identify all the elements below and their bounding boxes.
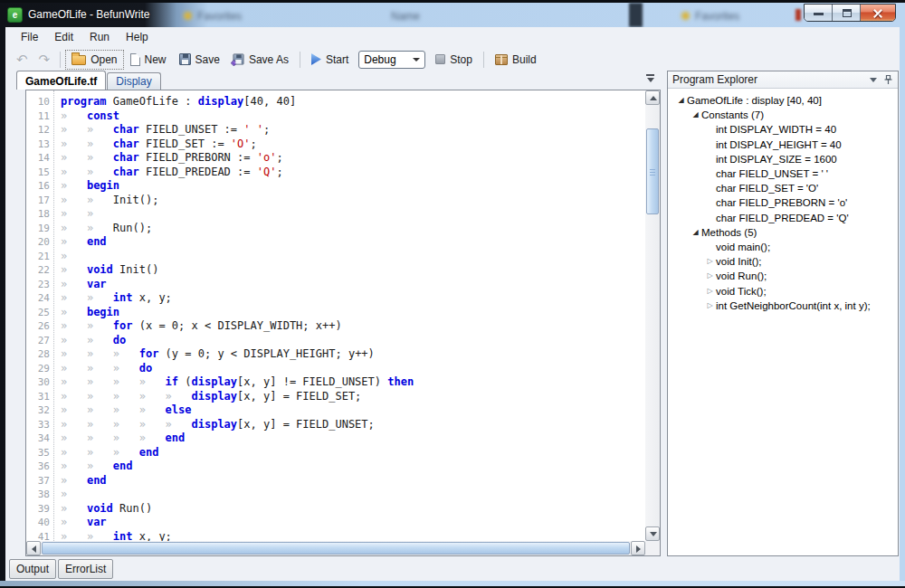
app-icon[interactable]: e [7,7,23,23]
expander-open-icon[interactable]: ◢ [690,229,701,236]
code-line: » » Init(); [61,194,645,208]
panel-menu-chevron-icon[interactable] [870,78,877,82]
tree-item[interactable]: char FIELD_PREBORN = 'o' [668,195,898,210]
tree-item-label: void Tick(); [716,286,767,297]
background-close-button-sliver [795,9,801,21]
tree-item[interactable]: int DISPLAY_WIDTH = 40 [668,122,898,137]
expander-open-icon[interactable]: ◢ [690,111,701,119]
open-button[interactable]: Open [65,50,123,70]
line-number: 13 [26,138,53,152]
program-explorer-panel: Program Explorer ◢GameOfLife : display [… [667,71,899,556]
line-number: 23 [26,278,53,292]
errorlist-tab-button[interactable]: ErrorList [58,559,113,579]
save-as-button[interactable]: Save As [226,50,295,70]
line-number: 36 [26,460,53,474]
expander-closed-icon[interactable]: ▷ [704,302,716,309]
vertical-scrollbar-thumb[interactable] [646,128,659,214]
tree-item[interactable]: char FIELD_PREDEAD = 'Q' [668,211,898,225]
tree-item[interactable]: char FIELD_UNSET = ' ' [668,166,898,181]
code-line: » » int x, y; [61,291,645,306]
expander-closed-icon[interactable]: ▷ [704,272,716,280]
tab-menu-chevron-icon[interactable] [646,74,654,82]
toolbar-separator [60,52,61,68]
code-line: » [61,488,645,502]
tree-item-label: char FIELD_UNSET = ' ' [716,168,828,179]
tree-item[interactable]: int DISPLAY_SIZE = 1600 [668,152,898,166]
background-window-edge [629,3,643,27]
tree-item-label: void Init(); [716,256,762,267]
chevron-down-icon [413,58,420,62]
start-button[interactable]: Start [305,50,355,70]
new-button[interactable]: New [124,50,173,70]
scroll-right-button[interactable] [631,541,645,555]
line-number: 20 [26,235,53,250]
tree-item[interactable]: ◢Methods (5) [668,225,898,240]
new-file-icon [130,53,140,66]
pin-icon[interactable] [883,74,893,85]
horizontal-scrollbar[interactable] [26,541,645,555]
background-favorites-star-icon [681,12,690,20]
document-tabstrip: GameOfLife.tf Display [16,71,162,90]
menu-file[interactable]: File [13,28,46,46]
minimize-button[interactable] [805,5,833,22]
expander-closed-icon[interactable]: ▷ [704,258,716,265]
program-explorer-tree: ◢GameOfLife : display [40, 40]◢Constants… [668,90,898,555]
line-number: 37 [26,474,53,488]
tab-gameoflife-tf[interactable]: GameOfLife.tf [16,71,106,90]
window-content: File Edit Run Help ↶ ↷ Open New Save [5,27,900,581]
tree-item[interactable]: ◢Constants (7) [668,108,898,122]
scroll-up-button[interactable] [645,90,660,105]
tree-item-label: char FIELD_PREBORN = 'o' [716,197,847,208]
menu-run[interactable]: Run [81,28,118,46]
toolbar-separator [300,52,300,68]
save-button[interactable]: Save [173,50,226,70]
code-line: » » » do [61,362,645,376]
scroll-down-button[interactable] [645,526,660,541]
line-number: 19 [26,222,53,236]
tree-item[interactable]: ▷int GetNeighborCount(int x, int y); [668,299,898,313]
line-number: 25 [26,306,53,320]
output-tab-button[interactable]: Output [9,559,56,579]
tree-item-label: int DISPLAY_HEIGHT = 40 [716,139,842,150]
code-line: » » [61,207,645,222]
scrollbar-corner [645,541,660,555]
open-folder-icon [71,55,86,65]
expander-closed-icon[interactable]: ▷ [704,288,716,295]
line-number: 28 [26,347,53,362]
line-number: 14 [26,151,53,166]
close-button[interactable] [861,5,895,22]
titlebar[interactable]: e GameOfLife - BefunWrite Favorites Name… [0,3,905,27]
scroll-left-button[interactable] [26,541,41,555]
app-window: e GameOfLife - BefunWrite Favorites Name… [0,3,905,586]
panel-splitter[interactable] [661,71,667,556]
vertical-scrollbar[interactable] [645,90,660,541]
line-number: 15 [26,166,53,180]
expander-open-icon[interactable]: ◢ [675,97,687,104]
tree-item[interactable]: ◢GameOfLife : display [40, 40] [668,93,898,108]
tree-item[interactable]: void main(); [668,240,898,254]
code-line: » end [61,474,645,488]
arrow-left-icon [32,545,36,553]
horizontal-scrollbar-thumb[interactable] [42,542,630,555]
tree-item[interactable]: ▷void Init(); [668,254,898,269]
line-number: 29 [26,362,53,376]
code-line: » var [61,278,645,292]
line-number-gutter: 1011121314151617181920212223242526272829… [26,90,54,541]
redo-button[interactable]: ↷ [33,52,56,68]
menu-help[interactable]: Help [118,28,157,46]
line-number: 18 [26,207,53,222]
tree-item[interactable]: int DISPLAY_HEIGHT = 40 [668,138,898,152]
tree-item[interactable]: ▷void Run(); [668,269,898,283]
code-area[interactable]: program GameOfLife : display[40, 40]» co… [55,90,645,541]
menu-edit[interactable]: Edit [46,28,81,46]
background-favorites-label: Favorites [197,10,242,23]
tree-item[interactable]: char FIELD_SET = 'O' [668,181,898,195]
undo-button[interactable]: ↶ [11,52,33,68]
debug-mode-combobox[interactable]: Debug [358,51,425,69]
stop-button[interactable]: Stop [429,50,479,70]
build-button[interactable]: Build [489,50,543,70]
tree-item[interactable]: ▷void Tick(); [668,283,898,298]
line-number: 39 [26,502,53,517]
maximize-button[interactable] [833,5,861,22]
tab-display[interactable]: Display [107,72,160,90]
